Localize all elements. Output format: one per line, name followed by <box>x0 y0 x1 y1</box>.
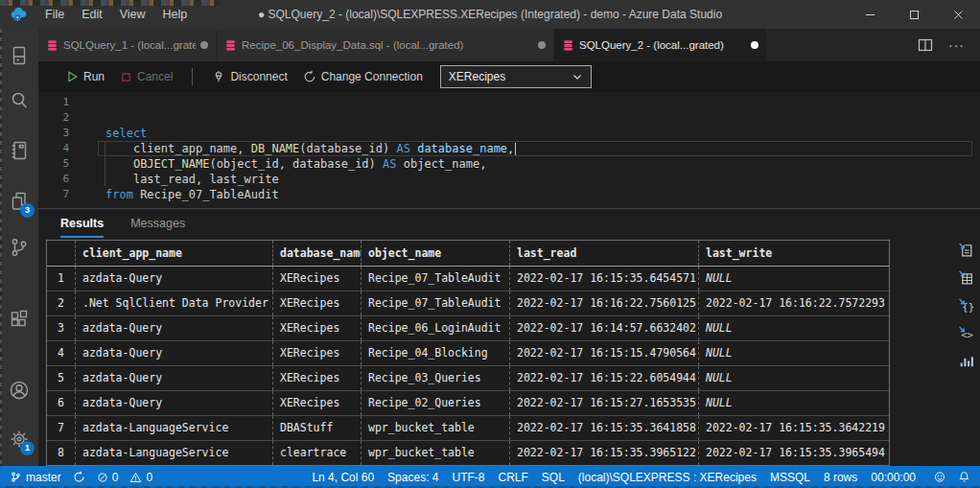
activity-search[interactable] <box>0 81 38 120</box>
status-item-6[interactable]: (local)\SQLEXPRESS : XERecipes <box>578 471 757 484</box>
tab-results[interactable]: Results <box>60 217 104 238</box>
git-branch-icon <box>10 471 22 483</box>
database-selector[interactable]: XERecipes <box>440 65 592 88</box>
table-cell: XERecipes <box>273 366 362 390</box>
table-cell: NULL <box>699 316 889 340</box>
save-as-excel-button[interactable] <box>957 269 974 286</box>
table-cell: 2022-02-17 16:15:27.1653535 <box>510 391 699 415</box>
table-cell: azdata-Query <box>76 341 273 365</box>
chevron-down-icon <box>572 71 583 82</box>
disconnect-icon <box>212 70 225 83</box>
status-item-7[interactable]: MSSQL <box>770 471 810 484</box>
select-all-cell[interactable] <box>47 241 76 266</box>
grid-header-cell[interactable]: object_name <box>362 241 510 266</box>
grid-header-cell[interactable]: last_read <box>510 241 699 266</box>
activity-notebooks[interactable] <box>0 131 38 170</box>
table-row[interactable]: 8azdata-LanguageServicecleartracewpr_buc… <box>47 441 889 465</box>
change-connection-label: Change Connection <box>321 70 423 83</box>
activity-account[interactable] <box>0 371 38 409</box>
feedback-button[interactable] <box>933 471 946 483</box>
query-toolbar: Run Cancel Disconnect Change Connection … <box>38 61 980 92</box>
run-button[interactable]: Run <box>58 65 112 88</box>
table-cell: 2022-02-17 16:15:35.6454571 <box>510 267 699 290</box>
code-text <box>69 95 105 110</box>
activity-extensions[interactable] <box>0 300 38 338</box>
change-connection-button[interactable]: Change Connection <box>295 65 431 88</box>
activity-bar: 3 1 <box>0 29 38 466</box>
modified-dot[interactable] <box>751 41 758 49</box>
activity-settings[interactable]: 1 <box>0 420 38 458</box>
notifications-button[interactable] <box>958 471 970 483</box>
save-as-csv-button[interactable] <box>957 242 974 258</box>
status-item-4[interactable]: CRLF <box>498 471 527 484</box>
modified-dot[interactable] <box>538 41 546 49</box>
activity-explorer[interactable]: 3 <box>0 182 38 221</box>
database-icon <box>46 39 58 52</box>
status-item-9[interactable]: 00:00:00 <box>871 471 916 484</box>
status-item-3[interactable]: UTF-8 <box>452 471 484 484</box>
grid-header-cell[interactable]: database_name <box>273 241 362 266</box>
minimize-button[interactable] <box>848 0 892 29</box>
status-item-1[interactable]: Ln 4, Col 60 <box>312 471 374 484</box>
line-number: 3 <box>38 126 69 141</box>
save-as-xml-button[interactable]: <> <box>957 325 974 341</box>
database-icon <box>224 39 237 52</box>
grid-header-cell[interactable]: last_write <box>699 241 889 266</box>
close-button[interactable] <box>936 0 980 29</box>
cancel-button[interactable]: Cancel <box>112 65 180 88</box>
save-as-json-button[interactable]: {} <box>957 297 974 314</box>
tabbar-actions: ··· <box>918 29 980 61</box>
more-actions-button[interactable]: ··· <box>948 40 965 50</box>
problems-item[interactable]: 0 0 <box>97 471 152 484</box>
maximize-button[interactable] <box>892 0 936 29</box>
table-row[interactable]: 3azdata-QueryXERecipesRecipe_06_LoginAud… <box>47 316 889 341</box>
table-row[interactable]: 6azdata-QueryXERecipesRecipe_02_Queries2… <box>47 391 889 416</box>
app-logo-icon <box>10 5 29 24</box>
table-cell: azdata-Query <box>76 316 273 340</box>
row-number-cell: 5 <box>47 366 76 390</box>
feedback-smiley-icon <box>933 471 946 483</box>
extensions-icon <box>8 308 31 331</box>
editor-tab-1[interactable]: SQLQuery_1 - (local...grated) <box>38 29 217 61</box>
table-cell: Recipe_06_LoginAudit <box>362 316 510 340</box>
status-item-5[interactable]: SQL <box>542 471 565 484</box>
code-editor[interactable]: 123select4 client_app_name, DB_NAME(data… <box>38 92 980 208</box>
stop-icon <box>120 71 132 83</box>
row-number-cell: 4 <box>47 341 76 365</box>
warning-count: 0 <box>146 471 152 484</box>
table-cell: 2022-02-17 16:15:22.6054944 <box>510 366 699 390</box>
git-branch-icon <box>8 236 31 259</box>
activity-source-control[interactable] <box>0 228 38 267</box>
status-right: Ln 4, Col 60Spaces: 4UTF-8CRLFSQL(local)… <box>312 471 970 484</box>
results-grid: client_app_namedatabase_nameobject_namel… <box>46 240 890 466</box>
table-row[interactable]: 5azdata-QueryXERecipesRecipe_03_Queries2… <box>47 366 889 391</box>
table-row[interactable]: 4azdata-QueryXERecipesRecipe_04_Blocking… <box>47 341 889 366</box>
line-number: 2 <box>38 110 69 126</box>
settings-badge: 1 <box>20 441 35 455</box>
export-rail: {}<> <box>957 242 974 369</box>
capture-artifact-left <box>0 29 2 466</box>
grid-header-cell[interactable]: client_app_name <box>76 241 273 266</box>
table-row[interactable]: 7azdata-LanguageServiceDBAStuffwpr_bucke… <box>47 416 889 441</box>
view-as-chart-button[interactable] <box>957 353 974 369</box>
modified-dot[interactable] <box>200 41 208 49</box>
sync-button[interactable] <box>73 471 85 483</box>
table-row[interactable]: 2.Net SqlClient Data ProviderXERecipesRe… <box>47 291 889 316</box>
table-row[interactable]: 1azdata-QueryXERecipesRecipe_07_TableAud… <box>47 267 889 291</box>
table-cell: wpr_bucket_table <box>362 416 510 440</box>
editor-tab-3[interactable]: SQLQuery_2 - (local...grated) <box>554 29 767 61</box>
editor-tab-2[interactable]: Recipe_06_Display_Data.sql - (local...gr… <box>217 29 554 61</box>
status-item-2[interactable]: Spaces: 4 <box>387 471 438 484</box>
status-right-items: Ln 4, Col 60Spaces: 4UTF-8CRLFSQL(local)… <box>312 471 916 484</box>
code-text: select <box>69 126 147 141</box>
status-item-8[interactable]: 8 rows <box>824 471 857 484</box>
code-lines: 123select4 client_app_name, DB_NAME(data… <box>38 95 980 202</box>
disconnect-button[interactable]: Disconnect <box>204 65 294 88</box>
branch-item[interactable]: master <box>10 471 61 484</box>
tab-messages[interactable]: Messages <box>130 217 185 238</box>
code-line: 7from Recipe_07_TableAudit <box>38 187 980 202</box>
split-editor-button[interactable] <box>918 37 933 53</box>
server-icon <box>8 44 31 67</box>
table-cell: cleartrace <box>273 441 362 465</box>
activity-connections[interactable] <box>0 36 38 75</box>
